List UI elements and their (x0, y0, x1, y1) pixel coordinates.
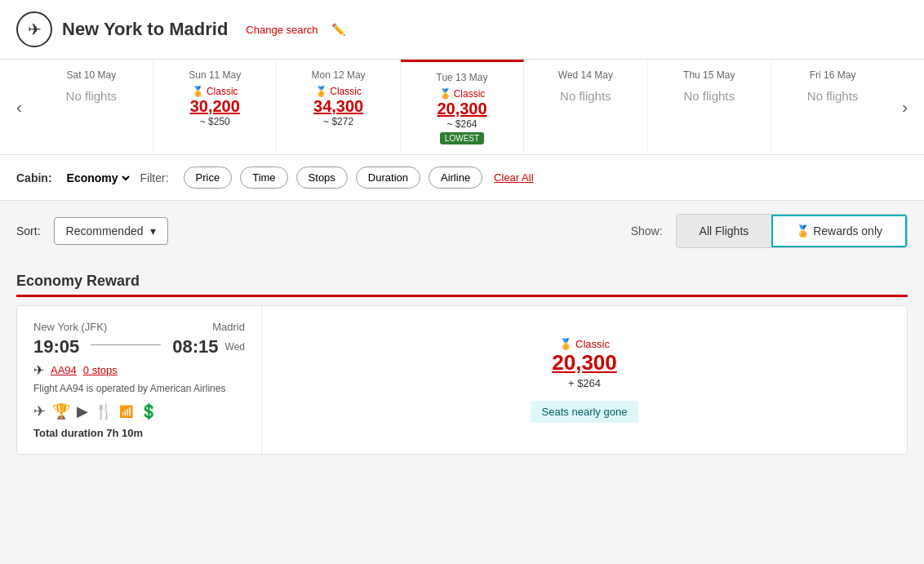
amenities-row: ✈ 🏆 ▶ 🍴 📶 💲 (33, 402, 245, 420)
lowest-badge-3: LOWEST (440, 132, 484, 144)
filter-label: Filter: (140, 171, 169, 184)
arrive-time: 08:15 (172, 336, 218, 357)
next-date-button[interactable]: › (894, 60, 916, 154)
classic-label-1: 🏅 Classic (160, 86, 269, 97)
date-label-1: Sun 11 May (160, 69, 269, 81)
all-flights-button[interactable]: All Flights (677, 215, 772, 247)
origin-city: New York (JFK) (33, 321, 107, 333)
dest-city: Madrid (212, 321, 245, 333)
total-duration: Total duration 7h 10m (33, 427, 245, 439)
no-flights-6: No flights (778, 89, 887, 103)
show-toggle-group: All Flights 🏅 Rewards only (676, 214, 908, 248)
filter-price-button[interactable]: Price (184, 167, 233, 189)
depart-time: 19:05 (33, 336, 79, 357)
flight-card: New York (JFK) Madrid 19:05 08:15 Wed ✈ … (16, 305, 908, 455)
operated-by-text: Flight AA94 is operated by American Airl… (33, 383, 245, 394)
edit-icon: ✏️ (331, 23, 345, 36)
airline-logo: ✈ (16, 11, 52, 47)
filter-duration-button[interactable]: Duration (356, 167, 420, 189)
price-points[interactable]: 20,300 (552, 350, 617, 375)
date-items: Sat 10 MayNo flightsSun 11 May🏅 Classic3… (30, 60, 895, 154)
date-label-0: Sat 10 May (37, 69, 146, 81)
plane-amenity-icon: ✈ (33, 402, 46, 420)
reward-icon: 🏅 (796, 224, 810, 238)
sort-value: Recommended (66, 224, 144, 238)
video-amenity-icon: ▶ (77, 402, 88, 420)
filter-time-button[interactable]: Time (240, 167, 287, 189)
section-title: Economy Reward (16, 273, 908, 290)
date-points-1: 30,200 (160, 97, 269, 116)
classic-label-2: 🏅 Classic (283, 86, 393, 97)
classic-tag: 🏅 Classic (559, 338, 610, 350)
cabin-label: Cabin: (16, 171, 52, 184)
change-search-link[interactable]: Change search (246, 24, 318, 36)
cabin-select[interactable]: Economy Business First (64, 171, 132, 185)
sort-bar: Sort: Recommended ▾ Show: All Flights 🏅 … (0, 201, 924, 261)
date-usd-1: ~ $250 (160, 116, 269, 127)
airline-row: ✈ AA94 0 stops (33, 362, 245, 378)
clear-all-link[interactable]: Clear All (494, 171, 533, 184)
page-title: New York to Madrid (62, 19, 228, 40)
filter-stops-button[interactable]: Stops (296, 167, 348, 189)
classic-label-3: 🏅 Classic (407, 88, 517, 100)
date-label-5: Thu 15 May (655, 69, 764, 81)
flight-line (91, 344, 161, 345)
prev-date-button[interactable]: ‹ (8, 60, 30, 154)
time-row: 19:05 08:15 Wed (33, 336, 245, 357)
filter-airline-button[interactable]: Airline (429, 167, 482, 189)
food-amenity-icon: 🍴 (95, 402, 113, 420)
date-label-4: Wed 14 May (531, 69, 640, 81)
dollar-amenity-icon: 💲 (140, 402, 158, 420)
classic-label: Classic (575, 338, 610, 350)
date-points-2: 34,300 (283, 97, 393, 116)
date-item-2[interactable]: Mon 12 May🏅 Classic34,300~ $272 (277, 60, 400, 154)
date-item-1[interactable]: Sun 11 May🏅 Classic30,200~ $250 (153, 60, 277, 154)
date-item-0[interactable]: Sat 10 MayNo flights (30, 60, 153, 154)
date-label-2: Mon 12 May (283, 69, 393, 81)
arrive-day: Wed (225, 341, 245, 353)
route-row: New York (JFK) Madrid (33, 321, 245, 333)
flight-price-panel: 🏅 Classic 20,300 + $264 Seats nearly gon… (262, 306, 907, 454)
wifi-amenity-icon: 📶 (119, 405, 133, 418)
section-divider (16, 295, 908, 297)
stops-link[interactable]: 0 stops (83, 364, 118, 376)
date-item-3[interactable]: Tue 13 May🏅 Classic20,300~ $264LOWEST (401, 60, 524, 154)
chevron-down-icon: ▾ (150, 224, 156, 238)
date-item-4[interactable]: Wed 14 MayNo flights (524, 60, 647, 154)
filter-bar: Cabin: Economy Business First Filter: Pr… (0, 155, 924, 201)
date-item-5[interactable]: Thu 15 MayNo flights (648, 60, 771, 154)
no-flights-5: No flights (655, 89, 764, 103)
date-usd-2: ~ $272 (283, 116, 393, 127)
rewards-only-button[interactable]: 🏅 Rewards only (771, 215, 907, 247)
no-flights-0: No flights (37, 89, 146, 103)
classic-icon: 🏅 (559, 338, 572, 350)
economy-reward-section-header: Economy Reward (0, 261, 924, 295)
airline-link[interactable]: AA94 (51, 364, 77, 376)
date-strip: ‹ Sat 10 MayNo flightsSun 11 May🏅 Classi… (0, 60, 924, 155)
price-usd: + $264 (568, 377, 601, 389)
date-points-3: 20,300 (407, 100, 517, 118)
sort-dropdown[interactable]: Recommended ▾ (54, 217, 168, 245)
trophy-amenity-icon: 🏆 (52, 402, 70, 420)
page-header: ✈ New York to Madrid Change search ✏️ (0, 0, 924, 60)
seats-nearly-gone-badge: Seats nearly gone (531, 401, 639, 423)
flight-info-panel: New York (JFK) Madrid 19:05 08:15 Wed ✈ … (17, 306, 262, 454)
rewards-label: Rewards only (813, 224, 882, 238)
date-usd-3: ~ $264 (407, 118, 517, 130)
show-label: Show: (631, 224, 663, 238)
date-label-3: Tue 13 May (407, 72, 517, 83)
date-label-6: Fri 16 May (778, 69, 887, 81)
sort-label: Sort: (16, 224, 41, 238)
logo-icon: ✈ (28, 20, 42, 39)
no-flights-4: No flights (531, 89, 640, 103)
date-item-6[interactable]: Fri 16 MayNo flights (771, 60, 894, 154)
